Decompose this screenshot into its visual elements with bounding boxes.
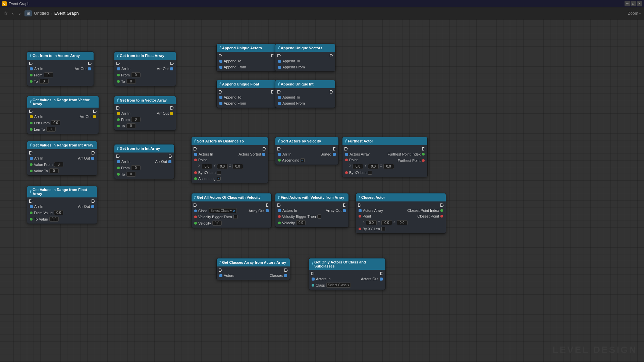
node-get-val-range-vector[interactable]: f Get Values in Range from Vector Array … [27, 96, 99, 134]
close-button[interactable]: ✕ [637, 1, 642, 6]
exec-in-pin [277, 203, 281, 207]
node-header: f Find Actors with Velocity from Array [275, 193, 348, 201]
exec-in-pin [219, 268, 222, 272]
len-from-value[interactable]: 0.0 [51, 120, 60, 125]
vel-bigger-checkbox[interactable] [317, 215, 321, 219]
node-append-unique-float[interactable]: f Append Unique Float Append To Append F… [216, 80, 277, 108]
arr-in-pin [117, 67, 120, 70]
exec-row [217, 53, 276, 58]
by-xy-len-row: By XY Len [356, 226, 446, 232]
node-get-from-to-float[interactable]: f Get from to in Float Array Arr In Arr … [114, 51, 176, 86]
node-body: Arr In Arr Out From 0 To 0 [114, 60, 176, 86]
append-to-row: Append To [275, 58, 335, 64]
append-from-pin [278, 102, 281, 105]
node-get-classes-array[interactable]: f Get Classes Array from Actors Array Ac… [216, 258, 290, 280]
point-y[interactable]: 0.0 [217, 164, 228, 169]
node-body: Append To Append From [275, 88, 335, 108]
point-x[interactable]: 0.0 [366, 220, 377, 225]
sorted-pin [333, 153, 336, 156]
point-y[interactable]: 0.0 [368, 164, 379, 169]
back-button[interactable]: ‹ [11, 10, 15, 17]
from-value[interactable]: 0 [44, 72, 53, 77]
node-body: Actors In Actors Out Class Select Class … [309, 270, 385, 290]
node-title: Get Values in Range from Vector Array [33, 98, 96, 106]
maximize-button[interactable]: □ [631, 1, 636, 6]
node-get-from-to-int[interactable]: f Get from to in Int Array Arr In Arr Ou… [114, 144, 174, 179]
ascending-row: Ascending [192, 176, 268, 182]
from-value[interactable]: 0 [131, 117, 141, 122]
node-get-all-actors-velocity[interactable]: f Get All Actors Of Class with Velocity … [191, 193, 272, 228]
arr-in-row: Arr In Sorted [275, 151, 338, 157]
append-from-row: Append From [217, 100, 276, 106]
event-graph-canvas[interactable]: f Get from to in Actors Array Arr In Arr… [0, 19, 644, 362]
val-to-value[interactable]: 0 [49, 168, 59, 173]
node-sort-actors-velocity[interactable]: f Sort Actors by Velocity Arr In Sorted [275, 137, 339, 165]
ascending-pin [194, 177, 197, 180]
node-title: Get from to in Float Array [120, 54, 164, 58]
furthest-point-pin [422, 159, 425, 162]
title-bar-controls: ─ □ ✕ [625, 1, 642, 6]
append-to-row: Append To [275, 94, 335, 100]
node-get-from-to-actors[interactable]: f Get from to in Actors Array Arr In Arr… [27, 51, 94, 86]
vel-bigger-checkbox[interactable] [233, 215, 237, 219]
node-furthest-actor[interactable]: f Furthest Actor Actors Array Furthest P… [342, 137, 428, 177]
array-out-pin [343, 209, 346, 212]
ascending-row: Ascending [275, 157, 338, 163]
node-get-from-to-vector[interactable]: f Get from to in Vector Array Arr In Arr… [114, 96, 176, 131]
point-y[interactable]: 0.0 [381, 220, 392, 225]
by-xy-len-checkbox[interactable] [381, 227, 385, 231]
len-to-value[interactable]: 0.0 [46, 127, 56, 132]
actors-in-row: Actors In Actors Out [309, 276, 385, 282]
node-header: f Append Unique Actors [217, 44, 276, 52]
point-z[interactable]: 0.0 [397, 220, 408, 225]
exec-in-pin [344, 147, 348, 150]
node-title: Find Actors with Velocity from Array [281, 195, 344, 199]
point-x[interactable]: 0.0 [202, 164, 212, 169]
breadcrumb-current: Event Graph [54, 11, 79, 16]
class-select[interactable]: Select Class ▾ [326, 283, 351, 288]
favorite-icon[interactable]: ☆ [3, 10, 8, 16]
node-sort-actors-dist[interactable]: f Sort Actors by Distance To Actors In A… [191, 137, 268, 183]
append-from-pin [219, 66, 222, 69]
node-append-unique-actors[interactable]: f Append Unique Actors Append To Append … [216, 44, 277, 72]
to-val-value[interactable]: 0.0 [49, 217, 59, 222]
by-xy-len-checkbox[interactable] [217, 171, 221, 175]
exec-row [217, 268, 290, 273]
exec-row [275, 203, 348, 207]
point-z[interactable]: 0.0 [383, 164, 394, 169]
node-header: f Get Values in Range from Float Array [27, 186, 97, 197]
arr-out-pin [91, 157, 94, 160]
from-row: From 0 [114, 72, 176, 78]
point-z[interactable]: 0.0 [232, 164, 243, 169]
node-append-unique-vectors[interactable]: f Append Unique Vectors Append To Append… [275, 44, 335, 72]
ascending-checkbox[interactable] [217, 177, 221, 181]
from-val-value[interactable]: 0.0 [54, 210, 63, 215]
from-value[interactable]: 0 [131, 165, 141, 170]
node-find-actors-velocity[interactable]: f Find Actors with Velocity from Array A… [275, 193, 349, 228]
point-pin [345, 159, 348, 161]
app-icon: U [2, 1, 7, 6]
from-value[interactable]: 0 [131, 72, 141, 77]
velocity-value[interactable]: 0.0 [296, 220, 306, 225]
node-append-unique-int[interactable]: f Append Unique Int Append To Append Fro… [275, 80, 335, 108]
node-get-val-range-float[interactable]: f Get Values in Range from Float Array A… [27, 186, 97, 224]
to-value[interactable]: 0 [39, 79, 49, 84]
class-select[interactable]: Select Class ▾ ⚙ [209, 208, 237, 213]
minimize-button[interactable]: ─ [625, 1, 630, 6]
zoom-level[interactable]: Zoom - [628, 11, 641, 16]
ascending-checkbox[interactable] [301, 158, 305, 162]
point-x[interactable]: 0.0 [353, 164, 363, 169]
point-row: Point X 0.0 Y 0.0 Z 0.0 Furthest Point [342, 157, 427, 170]
node-get-val-range-int[interactable]: f Get Values in Range from Int Array Arr… [27, 141, 97, 176]
velocity-value[interactable]: 0.0 [212, 221, 222, 226]
to-value[interactable]: 0 [126, 79, 136, 84]
breadcrumb-root[interactable]: Untitled [34, 11, 49, 16]
node-get-only-actors-class[interactable]: f Get Only Actors Of Class and Subclasse… [309, 258, 386, 290]
to-value[interactable]: 0 [126, 172, 136, 177]
actors-sorted-pin [262, 153, 265, 156]
by-xy-len-checkbox[interactable] [368, 171, 372, 175]
node-closest-actor[interactable]: f Closest Actor Actors Array Closest Poi… [356, 193, 446, 234]
to-value[interactable]: 0 [126, 123, 136, 128]
val-from-value[interactable]: 0 [54, 162, 63, 167]
forward-button[interactable]: › [18, 10, 22, 17]
